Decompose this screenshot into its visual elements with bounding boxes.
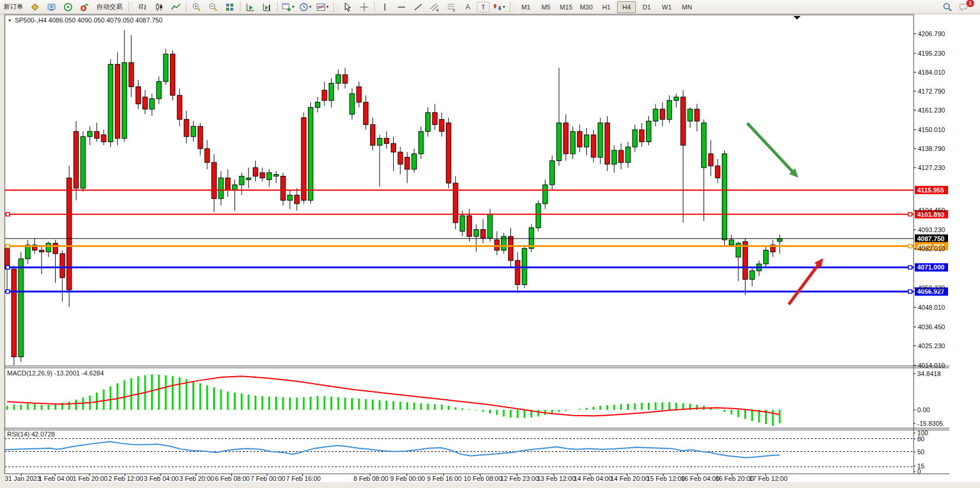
price-axis-label: 4082.010	[918, 245, 945, 252]
new-chart-icon[interactable]: ▾	[280, 1, 296, 14]
signal-icon[interactable]	[60, 1, 76, 14]
candle-body	[777, 239, 782, 242]
line-chart-type-icon[interactable]	[168, 1, 184, 14]
time-axis-label: 7 Feb 16:00	[286, 475, 321, 482]
candle-body	[708, 154, 713, 166]
hline-handle[interactable]	[6, 290, 9, 293]
candle-body	[136, 86, 140, 104]
time-axis-label: 17 Feb 12:00	[749, 475, 788, 482]
accounts-icon[interactable]	[44, 1, 59, 14]
auto-trading-button[interactable]: 自动交易	[94, 1, 126, 14]
zoom-out-icon[interactable]	[205, 1, 221, 14]
hline-handle[interactable]	[908, 265, 912, 269]
candle-body	[205, 149, 210, 162]
time-axis-label: 2 Feb 12:00	[108, 475, 143, 482]
price-axis-label: 4172.790	[918, 88, 945, 95]
time-axis-label: 1 Feb 20:00	[73, 475, 108, 482]
toolbar-grip	[510, 2, 514, 12]
fibonacci-tool-icon[interactable]: F	[444, 1, 459, 14]
candle-body	[577, 131, 582, 147]
price-axis-label: 4206.790	[918, 30, 945, 37]
candle-body	[702, 123, 706, 168]
toolbar-grip	[333, 2, 338, 12]
bar-chart-type-icon[interactable]	[135, 1, 150, 14]
svg-text:E: E	[436, 8, 439, 12]
zoom-in-icon[interactable]	[189, 1, 204, 14]
hline-handle[interactable]	[6, 245, 9, 248]
hline-handle[interactable]	[908, 290, 912, 293]
text-label-tool-icon[interactable]: T	[477, 2, 490, 12]
candle-body	[488, 214, 493, 238]
chart-shift-icon[interactable]	[259, 1, 275, 14]
vertical-line-tool-icon[interactable]	[377, 1, 393, 14]
candle-body	[750, 271, 754, 280]
candle-body	[377, 139, 382, 146]
period-clock-icon[interactable]: ▾	[297, 1, 313, 14]
candle-body	[53, 243, 58, 253]
price-axis-label: 4048.010	[918, 304, 945, 311]
horizontal-line-tool-icon[interactable]	[394, 1, 409, 14]
candle-body	[667, 101, 671, 120]
text-tool-icon[interactable]: A	[460, 1, 475, 14]
timeframe-M1[interactable]: M1	[516, 1, 535, 13]
hline-handle[interactable]	[908, 213, 912, 216]
time-axis-label: 15 Feb 12:00	[647, 475, 685, 482]
time-axis-label: 12 Feb 23:00	[500, 475, 539, 482]
timeframe-H4[interactable]: H4	[617, 1, 636, 13]
hline-handle[interactable]	[908, 245, 912, 248]
timeframe-M15[interactable]: M15	[557, 1, 576, 13]
cursor-icon[interactable]	[340, 1, 355, 14]
candle-body	[653, 109, 658, 121]
timeframe-MN[interactable]: MN	[677, 1, 696, 13]
time-axis-label: 9 Feb 00:00	[390, 475, 425, 482]
order-ticket-icon[interactable]	[27, 1, 43, 14]
macd-axis-label: 0.00	[917, 406, 930, 413]
candle-body	[301, 118, 306, 200]
price-axis-label: 4104.450	[918, 207, 945, 214]
candle-body	[640, 130, 644, 142]
timeframe-M30[interactable]: M30	[577, 1, 596, 13]
candle-body	[432, 113, 437, 124]
candlestick-chart-type-icon[interactable]	[152, 1, 167, 14]
price-axis-label: 4014.010	[918, 362, 945, 369]
candle-body	[60, 253, 65, 278]
trendline-tool-icon[interactable]	[410, 1, 426, 14]
crosshair-icon[interactable]	[356, 1, 372, 14]
tile-windows-icon[interactable]	[222, 1, 237, 14]
toolbar-separator	[277, 2, 278, 12]
candle-body	[184, 120, 189, 137]
hline-handle[interactable]	[6, 265, 9, 269]
time-axis-label: 1 Feb 04:00	[38, 475, 73, 482]
templates-icon[interactable]: ▾	[314, 1, 330, 14]
candle-body	[81, 137, 85, 188]
candle-body	[309, 107, 313, 200]
timeframe-M5[interactable]: M5	[536, 1, 555, 13]
new-order-button[interactable]: 新订单	[1, 1, 26, 14]
timeframe-D1[interactable]: D1	[637, 1, 656, 13]
timeframe-W1[interactable]: W1	[657, 1, 676, 13]
macd-panel-plot[interactable]	[5, 368, 914, 428]
timeframe-H1[interactable]: H1	[597, 1, 616, 13]
chart-title: ▼SP500-,H4 4086.050 4090.050 4079.050 40…	[8, 17, 163, 24]
candle-body	[288, 195, 293, 200]
candle-body	[557, 123, 561, 160]
candle-body	[350, 94, 355, 114]
candle-body	[398, 152, 403, 164]
time-axis-label: 6 Feb 08:00	[215, 475, 250, 482]
arrow-objects-icon[interactable]: ▾	[491, 1, 507, 14]
chart-title-text: SP500-,H4 4086.050 4090.050 4079.050 408…	[15, 17, 163, 24]
notifications-icon[interactable]: 1	[956, 1, 972, 14]
candle-body	[163, 54, 168, 81]
search-icon[interactable]	[940, 1, 955, 14]
candle-body	[550, 160, 554, 185]
auto-trading-icon[interactable]	[77, 1, 92, 14]
auto-scroll-icon[interactable]	[243, 1, 258, 14]
candle-body	[391, 143, 396, 152]
candle-body	[460, 216, 465, 231]
candle-body	[632, 130, 637, 147]
equidistant-channel-tool-icon[interactable]: E	[427, 1, 442, 14]
hline-handle[interactable]	[6, 213, 9, 216]
candle-body	[619, 150, 624, 162]
candle-body	[177, 95, 182, 120]
candle-body	[156, 82, 161, 99]
